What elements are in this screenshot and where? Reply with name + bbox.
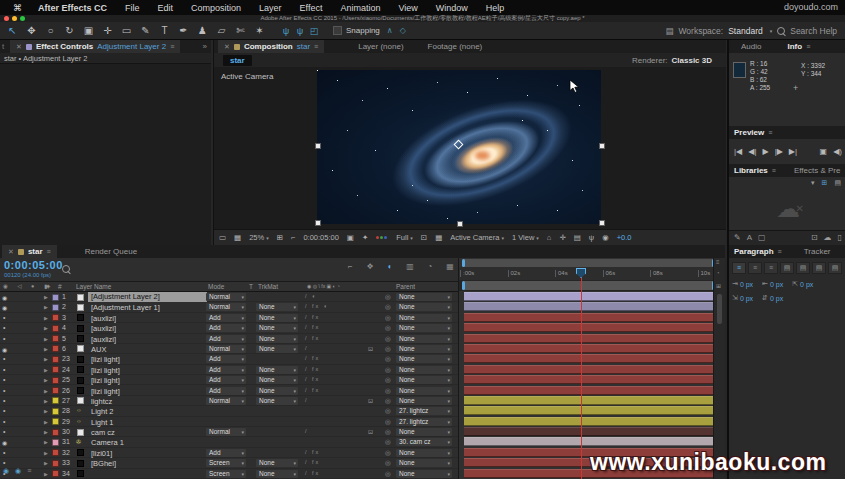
layer-name[interactable]: Light 1 bbox=[91, 418, 114, 427]
selection-handle-bottom-right[interactable] bbox=[599, 220, 605, 226]
region-of-interest[interactable]: ⊡ bbox=[421, 233, 427, 242]
snap-to-features[interactable]: ◇ bbox=[400, 26, 406, 35]
brainstorm-button[interactable]: ▥ bbox=[405, 262, 415, 271]
layer-duration-bar-6[interactable] bbox=[464, 344, 713, 353]
close-icon[interactable]: ✕ bbox=[8, 248, 14, 256]
layer-row-2[interactable]: ◉▶2[Adjustment Layer 1]Normal▾None▾/ fx … bbox=[0, 302, 458, 312]
workspace-select[interactable]: Standard bbox=[728, 26, 763, 36]
renderer-value[interactable]: Classic 3D bbox=[672, 56, 712, 65]
mode-select[interactable]: Add▾ bbox=[206, 387, 246, 395]
selection-handle-bottom-center[interactable] bbox=[457, 221, 463, 227]
label-color-swatch[interactable] bbox=[52, 294, 59, 301]
delete-asset[interactable]: ▯ bbox=[838, 233, 842, 242]
parent-select[interactable]: None▾ bbox=[396, 303, 452, 311]
eye-icon[interactable]: • bbox=[3, 366, 5, 373]
parent-pickwhip-icon[interactable]: ◎ bbox=[385, 293, 391, 301]
frame-blend-toggle[interactable]: ❖ bbox=[365, 262, 375, 271]
safe-margins[interactable]: ⊞ bbox=[277, 233, 283, 242]
indent-first-line[interactable]: ⇤0 px bbox=[762, 280, 783, 288]
tab-layer[interactable]: Layer (none) bbox=[346, 42, 415, 51]
label-color-swatch[interactable] bbox=[52, 325, 59, 332]
trkmat-select[interactable]: None▾ bbox=[256, 324, 298, 332]
layer-name[interactable]: [lizi light] bbox=[91, 366, 120, 375]
expand-arrow-icon[interactable]: ▶ bbox=[44, 419, 48, 425]
eye-icon[interactable]: • bbox=[3, 397, 5, 404]
trkmat-select[interactable]: None▾ bbox=[256, 459, 298, 467]
menu-file[interactable]: File bbox=[116, 3, 149, 13]
expand-arrow-icon[interactable]: ▶ bbox=[44, 450, 48, 456]
layer-name[interactable]: cam cz bbox=[91, 428, 115, 437]
local-axis-mode[interactable]: ψ bbox=[279, 26, 293, 36]
label-color-swatch[interactable] bbox=[52, 335, 59, 342]
hand-tool[interactable]: ✥ bbox=[22, 25, 41, 36]
layer-duration-bar-5[interactable] bbox=[464, 334, 713, 343]
mode-select[interactable]: Add▾ bbox=[206, 355, 246, 363]
parent-pickwhip-icon[interactable]: ◎ bbox=[385, 314, 391, 322]
mode-select[interactable]: Normal▾ bbox=[206, 293, 246, 301]
parent-pickwhip-icon[interactable]: ◎ bbox=[385, 303, 391, 311]
last-frame-button[interactable]: ▶| bbox=[789, 147, 797, 156]
shortcut-select[interactable]: ▣ bbox=[820, 147, 828, 156]
layer-switches[interactable]: / fx bbox=[305, 470, 320, 476]
close-icon[interactable]: ✕ bbox=[16, 43, 22, 51]
layer-row-27[interactable]: •▶27lightczNormal▾None▾/⊡◎None▾ bbox=[0, 396, 458, 406]
eye-icon[interactable]: • bbox=[3, 324, 5, 331]
eye-icon[interactable]: ◉ bbox=[2, 294, 7, 301]
comp-marker-icon[interactable]: ≡ bbox=[716, 259, 720, 265]
selection-handle-bottom-left[interactable] bbox=[315, 220, 321, 226]
align-center[interactable]: ≡ bbox=[748, 262, 762, 274]
tab-render-queue[interactable]: Render Queue bbox=[73, 247, 149, 256]
layer-row-33[interactable]: •▶33[BGhei]Screen▾None▾/ fx◎None▾ bbox=[0, 458, 458, 468]
layer-row-5[interactable]: •▶5[auxlizi]Add▾None▾/ fx◎None▾ bbox=[0, 334, 458, 344]
preview-time[interactable]: 0:00:05:00 bbox=[303, 233, 338, 242]
mode-select[interactable]: Add▾ bbox=[206, 335, 246, 343]
rotate-tool[interactable]: ↻ bbox=[60, 25, 79, 36]
selection-tool[interactable]: ↖ bbox=[3, 25, 22, 36]
layer-switches[interactable]: / fx bbox=[305, 376, 320, 382]
eye-icon[interactable]: • bbox=[3, 459, 5, 466]
label-color-swatch[interactable] bbox=[52, 470, 59, 477]
mask-visibility[interactable]: ⌐ bbox=[291, 233, 295, 242]
world-axis-mode[interactable]: ψ bbox=[293, 26, 307, 36]
layer-duration-bar-4[interactable] bbox=[464, 323, 713, 332]
eye-icon[interactable]: • bbox=[3, 387, 5, 394]
time-ruler[interactable]: :00s02s04s06s08s10s bbox=[459, 267, 714, 281]
parent-pickwhip-icon[interactable]: ◎ bbox=[385, 407, 391, 415]
expand-arrow-icon[interactable]: ▶ bbox=[44, 336, 48, 342]
comp-flowchart[interactable]: ψ bbox=[589, 233, 594, 242]
layer-name[interactable]: lightcz bbox=[91, 397, 112, 406]
layer-row-34[interactable]: •▶34Screen▾None▾/ fx◎None▾ bbox=[0, 469, 458, 479]
layer-duration-bar-25[interactable] bbox=[464, 375, 713, 384]
layer-duration-bar-30[interactable] bbox=[464, 427, 713, 436]
tab-composition-star[interactable]: ✕ Composition star ≡ bbox=[218, 40, 324, 53]
expand-arrow-icon[interactable]: ▶ bbox=[44, 398, 48, 404]
view-axis-mode[interactable]: ◰ bbox=[307, 26, 321, 36]
magnification-ratio[interactable]: 25%▾ bbox=[249, 233, 269, 242]
label-color-swatch[interactable] bbox=[52, 418, 59, 425]
parent-select[interactable]: None▾ bbox=[396, 314, 452, 322]
mode-select[interactable]: Add▾ bbox=[206, 324, 246, 332]
parent-select[interactable]: None▾ bbox=[396, 376, 452, 384]
zoom-tool[interactable]: ○ bbox=[41, 25, 60, 36]
type-tool[interactable]: T bbox=[155, 25, 174, 36]
mode-select[interactable]: Screen▾ bbox=[206, 470, 246, 478]
pen-tool[interactable]: ✎ bbox=[136, 25, 155, 36]
tab-effects-presets[interactable]: Effects & Pre bbox=[782, 166, 845, 175]
layer-duration-bar-26[interactable] bbox=[464, 386, 713, 395]
show-channel[interactable] bbox=[376, 236, 388, 239]
parent-select[interactable]: None▾ bbox=[396, 387, 452, 395]
label-color-swatch[interactable] bbox=[52, 356, 59, 363]
trkmat-select[interactable]: None▾ bbox=[256, 387, 298, 395]
layer-duration-bar-1[interactable] bbox=[464, 292, 713, 301]
magnification-grid[interactable]: ▦ bbox=[234, 233, 241, 242]
expand-arrow-icon[interactable]: ▶ bbox=[44, 356, 48, 362]
layer-duration-bar-31[interactable] bbox=[464, 437, 713, 446]
sort-dropdown[interactable]: ▾ bbox=[811, 179, 815, 187]
layer-duration-bar-3[interactable] bbox=[464, 313, 713, 322]
expand-arrow-icon[interactable]: ▶ bbox=[44, 408, 48, 414]
layer-row-31[interactable]: ◉▶31✇Camera 1◎30. cam cz▾ bbox=[0, 437, 458, 447]
clone-stamp-tool[interactable]: ♟ bbox=[193, 25, 212, 36]
layer-row-29[interactable]: •▶29☼Light 1◎27. lightcz▾ bbox=[0, 417, 458, 427]
layer-duration-bar-27[interactable] bbox=[464, 396, 713, 405]
parent-pickwhip-icon[interactable]: ◎ bbox=[385, 449, 391, 457]
